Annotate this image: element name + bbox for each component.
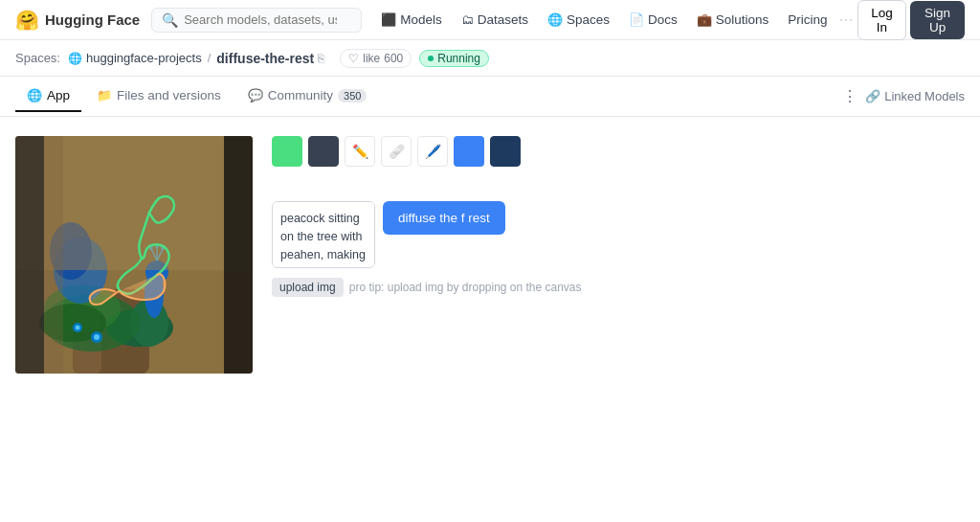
- heart-icon: ♡: [348, 52, 359, 65]
- tool-blue[interactable]: [454, 136, 484, 167]
- like-count: 600: [384, 52, 403, 65]
- tool-navy[interactable]: [490, 136, 521, 167]
- tab-community-label: Community: [268, 88, 333, 102]
- community-tab-icon: 💬: [248, 88, 263, 102]
- owner-icon: 🌐: [68, 52, 82, 65]
- tool-eraser[interactable]: 🩹: [381, 136, 412, 167]
- nav-spaces-label: Spaces: [567, 12, 610, 27]
- owner-name[interactable]: huggingface-projects: [86, 51, 202, 65]
- space-header: Spaces: 🌐 huggingface-projects / diffuse…: [0, 40, 980, 77]
- brand-emoji: 🤗: [15, 9, 39, 32]
- pro-tip-text: pro tip: upload img by dropping on the c…: [349, 281, 582, 294]
- nav-spaces[interactable]: 🌐 Spaces: [540, 9, 617, 31]
- nav-datasets[interactable]: 🗂 Datasets: [454, 9, 536, 31]
- models-icon: ⬛: [381, 12, 396, 27]
- tool-green[interactable]: [272, 136, 302, 167]
- like-button[interactable]: ♡ like 600: [340, 49, 412, 68]
- copy-icon[interactable]: ⎘: [318, 52, 324, 65]
- prompt-textarea[interactable]: [272, 201, 375, 268]
- drawing-overlay: [15, 136, 253, 374]
- datasets-icon: 🗂: [461, 12, 474, 27]
- files-tab-icon: 📁: [97, 88, 112, 102]
- login-button[interactable]: Log In: [858, 0, 907, 40]
- community-badge: 350: [338, 89, 367, 102]
- search-input[interactable]: [184, 12, 337, 27]
- tools-row: ✏️ 🩹 🖊️: [272, 136, 965, 167]
- spaces-label: Spaces:: [15, 51, 60, 65]
- image-area: [15, 136, 253, 481]
- tool-dark[interactable]: [308, 136, 339, 167]
- linked-models-icon: 🔗: [865, 89, 880, 103]
- running-label: Running: [437, 52, 480, 65]
- upload-row: upload img pro tip: upload img by droppi…: [272, 278, 965, 297]
- navbar: 🤗 Hugging Face 🔍 ⬛ Models 🗂 Datasets 🌐 S…: [0, 0, 980, 40]
- tabs-right: ⋮ 🔗 Linked Models: [842, 87, 965, 105]
- signup-button[interactable]: Sign Up: [910, 1, 965, 39]
- tool-pen[interactable]: 🖊️: [417, 136, 448, 167]
- brand-name: Hugging Face: [45, 11, 140, 28]
- more-options-icon[interactable]: ⋮: [842, 87, 858, 105]
- main-content: ✏️ 🩹 🖊️ diffuse the f rest upload img pr…: [0, 117, 980, 500]
- nav-items: ⬛ Models 🗂 Datasets 🌐 Spaces 📄 Docs 💼 So…: [373, 0, 965, 40]
- nav-divider: ···: [839, 10, 854, 30]
- brand[interactable]: 🤗 Hugging Face: [15, 9, 140, 32]
- running-badge: Running: [419, 50, 489, 67]
- spaces-icon: 🌐: [547, 12, 563, 27]
- linked-models-button[interactable]: 🔗 Linked Models: [865, 89, 965, 103]
- path-slash: /: [208, 51, 212, 65]
- nav-solutions[interactable]: 💼 Solutions: [689, 9, 777, 31]
- diffuse-button[interactable]: diffuse the f rest: [383, 201, 505, 235]
- nav-models-label: Models: [400, 12, 442, 27]
- docs-icon: 📄: [629, 12, 644, 27]
- upload-button[interactable]: upload img: [272, 278, 344, 297]
- tab-app[interactable]: 🌐 App: [15, 80, 81, 112]
- like-label: like: [363, 52, 380, 65]
- tool-pencil[interactable]: ✏️: [345, 136, 375, 167]
- owner-info: 🌐 huggingface-projects / diffuse-the-res…: [68, 51, 324, 66]
- linked-models-label: Linked Models: [884, 89, 965, 103]
- tab-app-label: App: [47, 88, 70, 102]
- nav-docs-label: Docs: [648, 12, 678, 27]
- search-bar[interactable]: 🔍: [151, 8, 362, 33]
- nav-docs[interactable]: 📄 Docs: [621, 9, 685, 31]
- app-tab-icon: 🌐: [27, 88, 42, 102]
- tab-community[interactable]: 💬 Community 350: [236, 80, 379, 112]
- search-icon: 🔍: [162, 12, 178, 28]
- solutions-icon: 💼: [697, 12, 712, 27]
- running-dot: [428, 56, 434, 61]
- canvas-image[interactable]: [15, 136, 253, 374]
- nav-models[interactable]: ⬛ Models: [373, 9, 450, 31]
- tab-files[interactable]: 📁 Files and versions: [85, 80, 233, 112]
- tabs-bar: 🌐 App 📁 Files and versions 💬 Community 3…: [0, 77, 980, 117]
- nav-pricing[interactable]: Pricing: [780, 9, 835, 31]
- prompt-row: diffuse the f rest: [272, 201, 965, 268]
- repo-name[interactable]: diffuse-the-rest: [216, 51, 314, 66]
- nav-datasets-label: Datasets: [478, 12, 528, 27]
- prompt-section: diffuse the f rest upload img pro tip: u…: [272, 201, 965, 297]
- nav-pricing-label: Pricing: [788, 12, 827, 27]
- nav-solutions-label: Solutions: [716, 12, 769, 27]
- right-panel: ✏️ 🩹 🖊️ diffuse the f rest upload img pr…: [272, 136, 965, 481]
- tab-files-label: Files and versions: [117, 88, 221, 102]
